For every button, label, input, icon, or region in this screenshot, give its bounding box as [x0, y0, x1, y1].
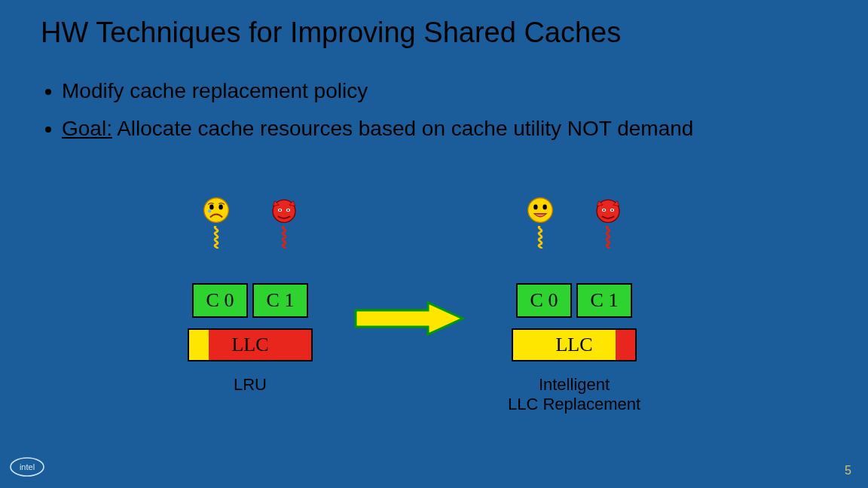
- svg-point-10: [528, 198, 553, 223]
- lru-caption: LRU: [175, 375, 326, 395]
- goal-label: Goal:: [62, 117, 112, 140]
- cores-row: C 0 C 1: [499, 283, 649, 318]
- llc-label: LLC: [231, 334, 268, 356]
- devil-face-icon: [587, 196, 629, 224]
- bullet-dot-icon: [45, 89, 51, 95]
- core-box: C 1: [576, 283, 632, 318]
- llc-bar: LLC: [188, 328, 313, 361]
- core-box: C 1: [252, 283, 308, 318]
- svg-point-0: [204, 198, 229, 223]
- goal-rest: Allocate cache resources based on cache …: [112, 117, 693, 140]
- svg-point-2: [219, 205, 222, 210]
- llc-red-segment: [616, 330, 635, 360]
- svg-marker-9: [356, 303, 463, 334]
- svg-point-12: [542, 205, 546, 210]
- slide-title: HW Techniques for Improving Shared Cache…: [41, 17, 621, 49]
- faces-row: [499, 196, 649, 249]
- lru-group: C 0 C 1 LLC LRU: [175, 196, 326, 395]
- face-sad: [194, 196, 239, 249]
- svg-point-7: [279, 209, 280, 211]
- bullet-item: Goal: Allocate cache resources based on …: [45, 117, 838, 141]
- face-devil: [261, 196, 307, 249]
- bullet-item: Modify cache replacement policy: [45, 79, 838, 103]
- svg-point-16: [603, 209, 604, 211]
- spring-icon: [533, 226, 548, 249]
- llc-bar: LLC: [512, 328, 637, 361]
- svg-point-3: [208, 209, 211, 212]
- bullet-dot-icon: [45, 127, 51, 133]
- spring-icon: [601, 226, 616, 249]
- svg-text:intel: intel: [20, 462, 35, 471]
- spring-icon: [209, 226, 224, 249]
- intelligent-caption: Intelligent LLC Replacement: [499, 375, 649, 415]
- page-number: 5: [845, 464, 851, 477]
- face-happy: [518, 196, 563, 249]
- bullet-text: Goal: Allocate cache resources based on …: [62, 117, 693, 141]
- bullet-text: Modify cache replacement policy: [62, 79, 368, 103]
- caption-line: Intelligent: [539, 375, 610, 394]
- svg-point-1: [209, 205, 213, 210]
- svg-point-11: [533, 205, 537, 210]
- devil-face-icon: [263, 196, 305, 224]
- svg-point-8: [287, 209, 289, 211]
- intelligent-group: C 0 C 1 LLC Intelligent LLC Replacement: [499, 196, 649, 415]
- face-devil: [585, 196, 631, 249]
- svg-point-17: [611, 209, 613, 211]
- core-box: C 0: [516, 283, 572, 318]
- sad-face-icon: [195, 196, 237, 224]
- bullet-list: Modify cache replacement policy Goal: Al…: [45, 79, 838, 154]
- intel-logo-icon: intel: [9, 456, 45, 480]
- llc-label: LLC: [555, 334, 592, 356]
- spring-icon: [277, 226, 292, 249]
- llc-yellow-segment: [189, 330, 209, 360]
- faces-row: [175, 196, 326, 249]
- arrow-icon: [353, 300, 466, 340]
- core-box: C 0: [192, 283, 248, 318]
- caption-line: LLC Replacement: [508, 395, 640, 413]
- cores-row: C 0 C 1: [175, 283, 326, 318]
- happy-face-icon: [519, 196, 561, 224]
